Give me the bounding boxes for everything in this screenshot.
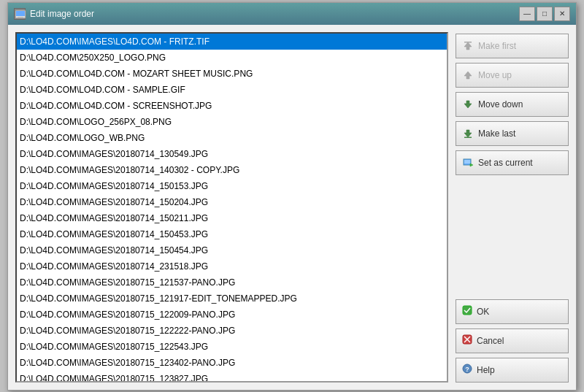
title-bar-left: Edit image order	[14, 8, 94, 20]
cancel-button[interactable]: Cancel	[456, 328, 569, 353]
list-item[interactable]: D:\LO4D.COM\IMAGES\20180715_121917-EDIT_…	[17, 291, 447, 307]
help-label: Help	[477, 365, 495, 375]
list-item[interactable]: D:\LO4D.COM\LOGO_WB.PNG	[17, 130, 447, 146]
make-last-button[interactable]: Make last	[456, 121, 569, 146]
ok-button[interactable]: OK	[456, 299, 569, 324]
list-item[interactable]: D:\LO4D.COM\LO4D.COM - SCREENSHOT.JPG	[17, 98, 447, 114]
set-as-current-button[interactable]: Set as current	[456, 150, 569, 175]
svg-marker-6	[464, 101, 472, 108]
button-spacer	[456, 180, 569, 295]
list-item[interactable]: D:\LO4D.COM\LO4D.COM - MOZART SHEET MUSI…	[17, 66, 447, 82]
main-window: Edit image order — □ ✕ D:\LO4D.COM\IMAGE…	[7, 2, 577, 391]
make-last-icon	[462, 128, 474, 139]
make-first-icon	[462, 40, 474, 52]
move-down-icon	[462, 99, 474, 110]
make-last-label: Make last	[478, 128, 515, 139]
set-as-current-icon	[462, 157, 474, 169]
svg-text:?: ?	[465, 366, 469, 373]
list-item[interactable]: D:\LO4D.COM\IMAGES\20180714_140302 - COP…	[17, 162, 447, 178]
svg-rect-12	[463, 306, 472, 315]
sidebar: Make first Move up Move down	[456, 32, 569, 383]
ok-icon	[462, 305, 472, 318]
list-item[interactable]: D:\LO4D.COM\IMAGES\20180714_150454.JPG	[17, 242, 447, 258]
list-item[interactable]: D:\LO4D.COM\IMAGES\20180715_122543.JPG	[17, 339, 447, 355]
move-down-button[interactable]: Move down	[456, 92, 569, 117]
cancel-label: Cancel	[477, 336, 504, 346]
svg-marker-3	[464, 42, 472, 50]
list-item[interactable]: D:\LO4D.COM\IMAGES\LO4D.COM - FRITZ.TIF	[17, 34, 447, 50]
set-as-current-label: Set as current	[478, 158, 533, 168]
svg-rect-10	[464, 160, 470, 164]
close-button[interactable]: ✕	[554, 7, 570, 21]
list-item[interactable]: D:\LO4D.COM\IMAGES\20180714_150153.JPG	[17, 178, 447, 194]
title-bar: Edit image order — □ ✕	[8, 3, 576, 25]
make-first-label: Make first	[478, 41, 516, 51]
make-first-button[interactable]: Make first	[456, 34, 569, 58]
image-list[interactable]: D:\LO4D.COM\IMAGES\LO4D.COM - FRITZ.TIFD…	[15, 32, 448, 383]
list-item[interactable]: D:\LO4D.COM\IMAGES\20180714_231518.JPG	[17, 258, 447, 274]
svg-marker-5	[464, 72, 472, 79]
minimize-button[interactable]: —	[519, 7, 535, 21]
svg-rect-4	[464, 42, 472, 43]
window-body: D:\LO4D.COM\IMAGES\LO4D.COM - FRITZ.TIFD…	[8, 25, 576, 390]
list-item[interactable]: D:\LO4D.COM\IMAGES\20180715_123402-PANO.…	[17, 355, 447, 371]
list-item[interactable]: D:\LO4D.COM\IMAGES\20180715_122222-PANO.…	[17, 323, 447, 339]
cancel-icon	[462, 334, 472, 347]
title-bar-buttons: — □ ✕	[519, 7, 570, 21]
move-up-button[interactable]: Move up	[456, 63, 569, 88]
move-up-label: Move up	[478, 70, 512, 80]
help-button[interactable]: ? Help	[456, 358, 569, 383]
list-item[interactable]: D:\LO4D.COM\250X250_LOGO.PNG	[17, 50, 447, 66]
list-item[interactable]: D:\LO4D.COM\IMAGES\20180714_150204.JPG	[17, 194, 447, 210]
list-item[interactable]: D:\LO4D.COM\LOGO_256PX_08.PNG	[17, 114, 447, 130]
list-item[interactable]: D:\LO4D.COM\IMAGES\20180715_123827.JPG	[17, 371, 447, 383]
list-item[interactable]: D:\LO4D.COM\IMAGES\20180714_150453.JPG	[17, 226, 447, 242]
move-up-icon	[462, 69, 474, 81]
move-down-label: Move down	[478, 99, 523, 109]
svg-marker-7	[464, 130, 472, 137]
window-title: Edit image order	[30, 9, 94, 19]
svg-marker-11	[470, 164, 473, 166]
list-item[interactable]: D:\LO4D.COM\IMAGES\20180715_122009-PANO.…	[17, 307, 447, 323]
list-item[interactable]: D:\LO4D.COM\LO4D.COM - SAMPLE.GIF	[17, 82, 447, 98]
svg-rect-1	[16, 11, 25, 16]
svg-rect-8	[464, 137, 472, 138]
window-icon	[14, 8, 26, 20]
list-item[interactable]: D:\LO4D.COM\IMAGES\20180714_130549.JPG	[17, 146, 447, 162]
maximize-button[interactable]: □	[537, 7, 553, 21]
ok-label: OK	[477, 307, 489, 317]
help-icon: ?	[462, 364, 472, 376]
svg-rect-2	[18, 17, 23, 18]
list-item[interactable]: D:\LO4D.COM\IMAGES\20180714_150211.JPG	[17, 210, 447, 226]
list-item[interactable]: D:\LO4D.COM\IMAGES\20180715_121537-PANO.…	[17, 274, 447, 291]
